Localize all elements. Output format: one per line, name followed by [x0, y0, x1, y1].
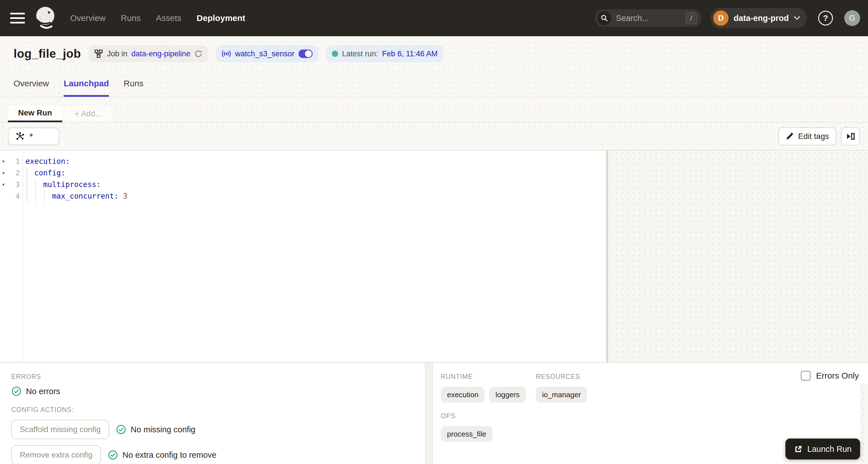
op-selector-value: *: [29, 132, 34, 141]
errors-only-label: Errors Only: [816, 371, 859, 380]
nav-runs[interactable]: Runs: [121, 13, 141, 23]
tab-overview[interactable]: Overview: [13, 79, 49, 97]
nav-assets[interactable]: Assets: [156, 13, 181, 23]
repo-link[interactable]: data-eng-pipeline: [131, 50, 190, 58]
edit-tags-label: Edit tags: [798, 132, 829, 141]
op-selector-input[interactable]: *: [8, 128, 59, 145]
open-panel-icon: [845, 131, 856, 142]
tab-runs[interactable]: Runs: [124, 79, 144, 97]
resources-heading: RESOURCES: [536, 373, 587, 380]
no-extra-config-status: No extra config to remove: [108, 450, 216, 460]
runtime-tag[interactable]: loggers: [489, 387, 526, 403]
chevron-down-icon: [794, 16, 800, 20]
launchpad-toolbar: * Edit tags: [0, 123, 868, 150]
fold-arrow-icon[interactable]: ▾: [0, 182, 7, 187]
latest-run-link[interactable]: Feb 6, 11:46 AM: [382, 50, 438, 58]
tab-launchpad[interactable]: Launchpad: [64, 79, 109, 97]
line-number: 1: [7, 157, 23, 165]
runtime-tags: execution loggers: [441, 387, 536, 403]
no-missing-config-status: No missing config: [116, 424, 195, 435]
indent-guide: [27, 167, 27, 202]
job-location-badge: Job in data-eng-pipeline: [89, 45, 208, 62]
job-location-text: Job in: [107, 50, 127, 58]
errors-section: ERRORS No errors CONFIG ACTIONS: Scaffol…: [0, 363, 425, 464]
sensor-link[interactable]: watch_s3_sensor: [235, 50, 294, 58]
sensor-icon: [221, 50, 231, 57]
resources-tags: io_manager: [536, 387, 587, 403]
scaffold-config-row: Scaffold missing config No missing confi…: [11, 420, 414, 439]
op-tag[interactable]: process_file: [441, 426, 493, 442]
config-editor[interactable]: ▾1 ▾2 ▾3 4 execution: config: multiproce…: [0, 151, 606, 362]
launchpad-session-tabs: New Run + Add...: [0, 105, 868, 123]
bottom-panel: ERRORS No errors CONFIG ACTIONS: Scaffol…: [0, 362, 868, 464]
launch-icon: [794, 445, 802, 453]
edit-tags-button[interactable]: Edit tags: [778, 127, 836, 146]
launchpad-main: ▾1 ▾2 ▾3 4 execution: config: multiproce…: [0, 150, 868, 362]
check-circle-icon: [11, 386, 22, 396]
ops-heading: OPS: [441, 412, 859, 420]
remove-config-row: Remove extra config No extra config to r…: [11, 445, 414, 464]
line-number: 2: [7, 169, 23, 177]
resources-column: RESOURCES io_manager: [536, 373, 587, 403]
dagster-logo-icon[interactable]: [33, 5, 58, 31]
top-navigation-bar: Overview Runs Assets Deployment Search..…: [0, 0, 868, 36]
search-shortcut-key: /: [685, 12, 697, 24]
scope-columns: RUNTIME execution loggers RESOURCES io_m…: [441, 373, 859, 403]
editor-gutter: ▾1 ▾2 ▾3 4: [0, 151, 23, 362]
fold-arrow-icon[interactable]: ▾: [0, 159, 7, 164]
session-tab-add[interactable]: + Add...: [64, 105, 112, 122]
background-texture: [860, 384, 868, 464]
bottom-splitter-handle[interactable]: [425, 363, 433, 464]
sensor-toggle[interactable]: [299, 50, 313, 58]
workspace-switcher[interactable]: D data-eng-prod: [710, 8, 807, 28]
config-actions-heading: CONFIG ACTIONS:: [11, 406, 414, 414]
code-line: max_concurrent: 3: [26, 190, 606, 202]
no-errors-text: No errors: [26, 387, 60, 396]
errors-only-checkbox[interactable]: [801, 371, 811, 381]
primary-nav: Overview Runs Assets Deployment: [70, 13, 245, 23]
indent-guide: [44, 190, 45, 202]
remove-extra-config-button[interactable]: Remove extra config: [11, 445, 101, 464]
nav-deployment[interactable]: Deployment: [197, 13, 245, 23]
code-line: execution:: [26, 156, 606, 167]
runtime-tag[interactable]: execution: [441, 387, 485, 403]
runtime-column: RUNTIME execution loggers: [441, 373, 536, 403]
nav-overview[interactable]: Overview: [70, 13, 105, 23]
no-missing-config-text: No missing config: [131, 425, 195, 434]
resource-tag[interactable]: io_manager: [536, 387, 587, 403]
launchpad-page: Overview Runs Assets Deployment Search..…: [0, 0, 868, 464]
op-selection-icon: [15, 132, 24, 141]
launch-run-label: Launch Run: [807, 444, 851, 454]
run-status-dot: [332, 51, 338, 57]
user-avatar[interactable]: G: [844, 10, 860, 26]
fold-arrow-icon[interactable]: ▾: [0, 170, 7, 176]
search-icon: [597, 11, 611, 25]
pencil-icon: [786, 132, 794, 140]
op-graph-pane: [608, 151, 868, 362]
editor-splitter-handle[interactable]: [606, 151, 608, 362]
hamburger-menu-icon[interactable]: [8, 8, 27, 28]
job-tabs: Overview Launchpad Runs: [0, 71, 868, 97]
session-tab-new-run[interactable]: New Run: [8, 105, 62, 122]
editor-code-area[interactable]: execution: config: multiprocess: max_con…: [23, 151, 606, 362]
workspace-avatar: D: [713, 10, 728, 26]
line-number: 4: [7, 192, 23, 200]
reload-icon[interactable]: [194, 50, 202, 58]
check-circle-icon: [108, 450, 118, 460]
help-icon[interactable]: ?: [818, 11, 833, 26]
scaffold-missing-config-button[interactable]: Scaffold missing config: [11, 420, 109, 439]
indent-guide: [35, 179, 36, 202]
errors-heading: ERRORS: [11, 373, 414, 380]
expand-second-pane-button[interactable]: [841, 127, 860, 146]
code-line: config:: [26, 167, 606, 179]
sensor-badge: watch_s3_sensor: [216, 45, 318, 62]
launch-run-button[interactable]: Launch Run: [785, 438, 860, 460]
check-circle-icon: [116, 424, 126, 435]
search-placeholder: Search...: [616, 13, 681, 23]
workspace-name: data-eng-prod: [734, 13, 789, 23]
latest-run-label: Latest run:: [342, 50, 378, 58]
search-input[interactable]: Search... /: [595, 9, 701, 27]
job-graph-icon: [94, 50, 103, 58]
errors-only-control[interactable]: Errors Only: [801, 371, 859, 381]
line-number: 3: [7, 181, 23, 189]
